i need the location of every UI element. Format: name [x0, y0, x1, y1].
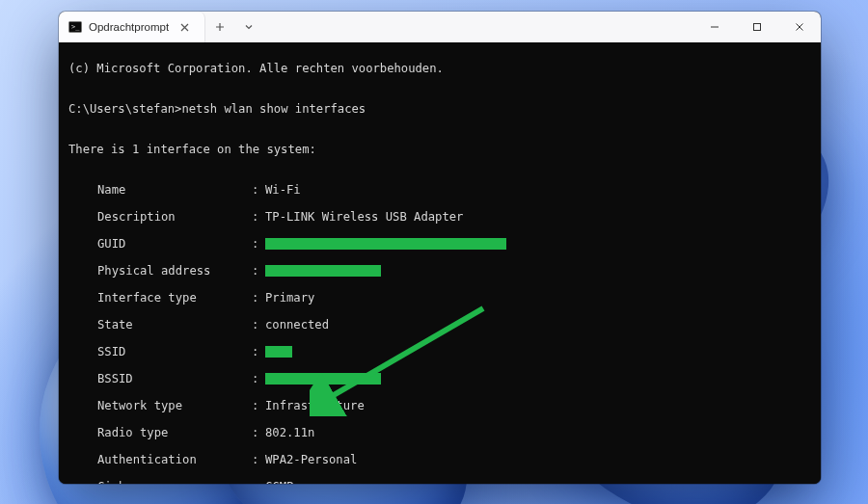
minimize-button[interactable]: [693, 12, 736, 42]
field-cipher: Cipher:CCMP: [68, 480, 813, 484]
terminal-output[interactable]: (c) Microsoft Corporation. Alle rechten …: [59, 42, 821, 484]
field-description: Description:TP-LINK Wireless USB Adapter: [68, 210, 813, 224]
field-authentication: Authentication:WPA2-Personal: [68, 453, 813, 466]
terminal-window: >_ Opdrachtprompt (c) Microsoft Corporat…: [59, 12, 821, 484]
tab-close-button[interactable]: [176, 18, 193, 36]
redacted-physaddr: [265, 265, 381, 277]
cmd-icon: >_: [68, 20, 82, 34]
field-bssid: BSSID:: [68, 372, 813, 385]
field-name: Name:Wi-Fi: [68, 183, 813, 197]
titlebar-drag-region[interactable]: [263, 12, 693, 42]
tab-opdrachtprompt[interactable]: >_ Opdrachtprompt: [59, 12, 205, 42]
tab-overflow-button[interactable]: [234, 12, 263, 42]
tab-title: Opdrachtprompt: [89, 21, 169, 33]
field-ssid: SSID:: [68, 345, 813, 358]
new-tab-button[interactable]: [205, 12, 234, 42]
field-physical-addr: Physical address:: [68, 264, 813, 278]
field-interface-type: Interface type:Primary: [68, 291, 813, 305]
svg-rect-2: [754, 24, 761, 31]
prompt-line-1: C:\Users\stefan>netsh wlan show interfac…: [68, 102, 813, 116]
redacted-bssid: [265, 373, 381, 385]
field-network-type: Network type:Infrastructure: [68, 399, 813, 412]
window-titlebar[interactable]: >_ Opdrachtprompt: [59, 12, 821, 43]
redacted-guid: [265, 238, 506, 250]
redacted-ssid: [265, 346, 292, 358]
copyright-line: (c) Microsoft Corporation. Alle rechten …: [68, 62, 813, 75]
field-guid: GUID:: [68, 237, 813, 251]
close-button[interactable]: [778, 12, 821, 42]
field-radio-type: Radio type:802.11n: [68, 426, 813, 439]
intro-line: There is 1 interface on the system:: [68, 143, 813, 156]
field-state: State:connected: [68, 318, 813, 332]
maximize-button[interactable]: [736, 12, 778, 42]
svg-text:>_: >_: [71, 23, 80, 31]
